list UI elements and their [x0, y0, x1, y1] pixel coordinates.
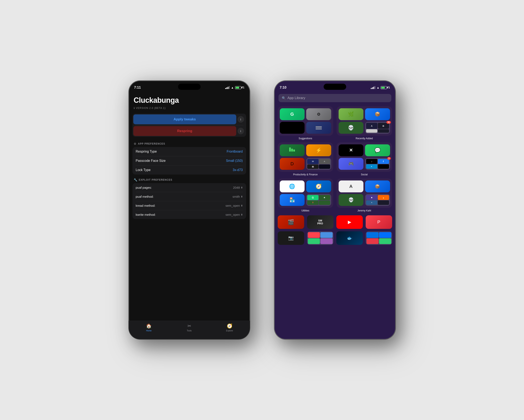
lock-type-value: 3x-d73: [233, 168, 243, 172]
status-icons-right: ▲ 71: [371, 86, 390, 89]
kread-method-value: sem_open ⬍: [225, 204, 243, 207]
app-icon-patreon[interactable]: P: [366, 215, 392, 229]
info-circle-icon: ℹ: [134, 107, 135, 110]
tab-explore[interactable]: 🧭 Explore: [210, 324, 250, 332]
app-icon-youtube[interactable]: ▶: [336, 215, 363, 229]
stepper-icon-2: ⬍: [241, 195, 243, 198]
app-title: Cluckabunga: [134, 96, 245, 105]
respring-type-row[interactable]: Respring Type Frontboard: [132, 147, 246, 156]
folder-mail-etc[interactable]: ✉ A 🤖: [306, 158, 331, 170]
passcode-face-row[interactable]: Passcode Face Size Small (150): [132, 156, 246, 165]
version-text: VERSION 2.0 (BETA 1): [136, 107, 166, 110]
tab-home[interactable]: 🏠 Home: [129, 324, 169, 332]
productivity-label: Productivity & Finance: [278, 172, 333, 176]
app-icon-toolbox[interactable]: [306, 122, 331, 134]
social-label: Social: [337, 172, 392, 176]
battery-pct-right: 71: [387, 86, 390, 89]
kwrite-method-row[interactable]: kwrite method: sem_open ⬍: [132, 210, 246, 219]
app-icon-infuse[interactable]: 🎬: [278, 215, 304, 229]
app-icon-grammarly[interactable]: G: [280, 108, 305, 120]
app-icon-safari[interactable]: 🧭: [306, 180, 331, 192]
folder-social[interactable]: ♪ f ✈ 3: [365, 158, 390, 170]
battery-indicator: 71: [235, 86, 244, 89]
app-icon-font-a[interactable]: A: [339, 180, 364, 192]
svg-rect-3: [289, 148, 291, 152]
dynamic-island-left: [178, 84, 201, 90]
svg-rect-2: [316, 129, 322, 129]
utilities-section: 🌐 🧭 🏪 G ★ 📍 Utilities: [278, 178, 333, 212]
folder-bottom2[interactable]: [366, 231, 392, 245]
app-icon-messages[interactable]: 💬: [365, 144, 390, 156]
time-right: 7:10: [280, 86, 287, 90]
kread-method-row[interactable]: kread method: sem_open ⬍: [132, 201, 246, 210]
app-icon-settings[interactable]: ⚙: [306, 108, 331, 120]
app-icon-appstore[interactable]: 🏪: [280, 194, 305, 206]
app-icon-uichoose2[interactable]: 📦: [365, 180, 390, 192]
puaf-method-label: puaf method:: [136, 195, 154, 198]
lock-type-row[interactable]: Lock Type 3x-d73: [132, 166, 246, 175]
tab-tools[interactable]: ✂ Tools: [169, 324, 210, 332]
app-icon-x[interactable]: ✕: [339, 144, 364, 156]
app-icon-minecraft[interactable]: 🌿: [339, 108, 364, 120]
social-section: ✕ 💬 🎮 ♪ f ✈ 3 Social: [337, 142, 392, 176]
app-title-section: Cluckabunga: [129, 92, 250, 105]
app-library-search[interactable]: 🔍 App Library: [279, 94, 391, 102]
battery-pct-left: 71: [242, 86, 244, 89]
stepper-icon: ⬍: [241, 186, 243, 189]
suggestions-label: Suggestions: [278, 136, 333, 140]
passcode-face-value: Small (150): [226, 159, 243, 163]
exploit-preferences-label: EXPLOIT PREFERENCES: [139, 178, 173, 181]
app-icon-fish[interactable]: 🐟: [336, 231, 363, 245]
app-library-screen: 🔍 App Library G ⚙ ♪ Suggestions: [274, 92, 395, 339]
apply-tweaks-button[interactable]: Apply tweaks: [133, 114, 236, 124]
jeremy-kahl-label: Jeremy Kahl: [337, 208, 392, 212]
puaf-pages-label: puaf pages:: [136, 186, 152, 189]
exploit-preferences-card: puaf pages: 2048 ⬍ puaf method: smith ⬍ …: [132, 183, 246, 219]
app-icon-camera[interactable]: 📷: [278, 231, 304, 245]
home-icon: 🏠: [146, 324, 152, 329]
passcode-face-label: Passcode Face Size: [136, 159, 166, 163]
tab-home-label: Home: [146, 330, 152, 332]
cluckabunga-screen: Cluckabunga ℹ VERSION 2.0 (BETA 1) Apply…: [129, 92, 250, 339]
respring-type-value: Frontboard: [227, 150, 243, 153]
folder-grammarly-etc[interactable]: G ★ 📍: [306, 194, 331, 206]
app-icon-dailette[interactable]: D: [280, 158, 305, 170]
app-icon-zombie-recent[interactable]: 💀: [339, 122, 364, 134]
folder-recently-added[interactable]: A 🤖 31: [365, 122, 390, 134]
respring-info-button[interactable]: ℹ: [237, 128, 244, 134]
puaf-pages-value: 2048 ⬍: [233, 186, 243, 189]
productivity-section: ⚡ D ✉ A 🤖 Productivity & Finance: [278, 142, 333, 176]
recently-added-section: 🌿 📦 💀 A 🤖: [337, 106, 392, 140]
respring-row: Respring ℹ: [132, 125, 246, 137]
folder-bottom1[interactable]: [307, 231, 333, 245]
app-icon-tiktok[interactable]: ♪: [280, 122, 305, 134]
lock-type-label: Lock Type: [136, 168, 151, 172]
app-icon-smpro[interactable]: SMPRO: [307, 215, 333, 229]
time-left: 7:11: [134, 86, 141, 90]
tab-bar: 🏠 Home ✂ Tools 🧭 Explore: [129, 321, 250, 339]
status-icons-left: ▲ 71: [225, 86, 244, 89]
right-phone: 7:10 ▲ 71 🔍 App Library G: [274, 81, 395, 339]
search-placeholder: App Library: [288, 96, 305, 100]
middle-sections-row: ⚡ D ✉ A 🤖 Productivity & Finance: [274, 140, 395, 176]
puaf-pages-row[interactable]: puaf pages: 2048 ⬍: [132, 183, 246, 192]
battery-right: 71: [381, 86, 390, 89]
action-buttons-card: Apply tweaks ℹ Respring ℹ: [132, 114, 246, 137]
app-icon-chrome[interactable]: 🌐: [280, 180, 305, 192]
dynamic-island-right: [324, 84, 346, 90]
app-icon-discord[interactable]: 🎮: [339, 158, 364, 170]
app-icon-zombie2[interactable]: 💀: [339, 194, 364, 206]
tools-icon: ✂: [187, 324, 191, 329]
apply-tweaks-info-button[interactable]: ℹ: [237, 116, 244, 123]
app-icon-uichoose[interactable]: 📦: [365, 108, 390, 120]
puaf-method-row[interactable]: puaf method: smith ⬍: [132, 192, 246, 201]
app-icon-altstore[interactable]: ⚡: [306, 144, 331, 156]
respring-button[interactable]: Respring: [133, 126, 236, 136]
jeremy-kahl-section: A 📦 💀 ◆ 🔥 A Jeremy Kahl: [337, 178, 392, 212]
folder-jeremy-kahl[interactable]: ◆ 🔥 A: [365, 194, 390, 206]
app-icon-numbers[interactable]: [280, 144, 305, 156]
tab-tools-label: Tools: [187, 330, 192, 332]
version-row: ℹ VERSION 2.0 (BETA 1): [129, 105, 250, 112]
suggestions-section: G ⚙ ♪ Suggestions: [278, 106, 333, 140]
top-sections-row: G ⚙ ♪ Suggestions 🌿 📦: [274, 106, 395, 140]
